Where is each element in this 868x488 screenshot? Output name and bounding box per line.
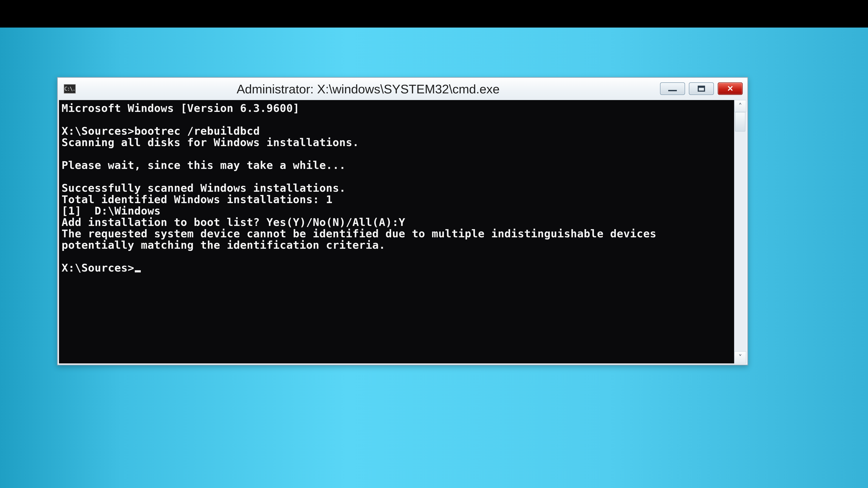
maximize-button[interactable] — [689, 83, 714, 95]
line-success: Successfully scanned Windows installatio… — [62, 182, 346, 194]
cmd-window: C:\. Administrator: X:\windows\SYSTEM32\… — [57, 77, 748, 365]
close-icon: ✕ — [727, 84, 734, 93]
vertical-scrollbar[interactable]: ˄ ˅ — [734, 100, 746, 363]
chevron-down-icon: ˅ — [738, 353, 742, 362]
line-wait: Please wait, since this may take a while… — [62, 159, 346, 171]
scroll-down-button[interactable]: ˅ — [734, 351, 746, 363]
minimize-icon — [668, 90, 677, 91]
chevron-up-icon: ˄ — [738, 102, 742, 110]
line-ask: Add installation to boot list? Yes(Y)/No… — [62, 216, 405, 228]
console-output[interactable]: Microsoft Windows [Version 6.3.9600] X:\… — [59, 100, 734, 363]
line-entry: [1] D:\Windows — [62, 205, 161, 217]
line-prompt1: X:\Sources> — [62, 125, 134, 137]
minimize-button[interactable] — [660, 83, 685, 95]
close-button[interactable]: ✕ — [718, 83, 743, 95]
line-command1: bootrec /rebuildbcd — [134, 125, 260, 137]
scrollbar-thumb[interactable] — [735, 112, 745, 131]
monitor-bezel: C:\. Administrator: X:\windows\SYSTEM32\… — [0, 0, 868, 488]
caption-buttons: ✕ — [660, 83, 743, 95]
client-area: Microsoft Windows [Version 6.3.9600] X:\… — [59, 100, 746, 363]
window-title: Administrator: X:\windows\SYSTEM32\cmd.e… — [82, 82, 654, 96]
titlebar[interactable]: C:\. Administrator: X:\windows\SYSTEM32\… — [58, 78, 747, 100]
line-error: The requested system device cannot be id… — [62, 227, 663, 251]
line-prompt2: X:\Sources> — [62, 262, 134, 274]
maximize-icon — [698, 86, 705, 92]
cursor-icon — [135, 270, 141, 272]
scrollbar-track[interactable] — [734, 112, 746, 351]
scroll-up-button[interactable]: ˄ — [734, 100, 746, 112]
line-scan: Scanning all disks for Windows installat… — [62, 136, 359, 149]
line-version: Microsoft Windows [Version 6.3.9600] — [62, 102, 300, 115]
desktop-background: C:\. Administrator: X:\windows\SYSTEM32\… — [0, 28, 868, 488]
line-total: Total identified Windows installations: … — [62, 193, 333, 206]
cmd-icon: C:\. — [64, 84, 76, 94]
